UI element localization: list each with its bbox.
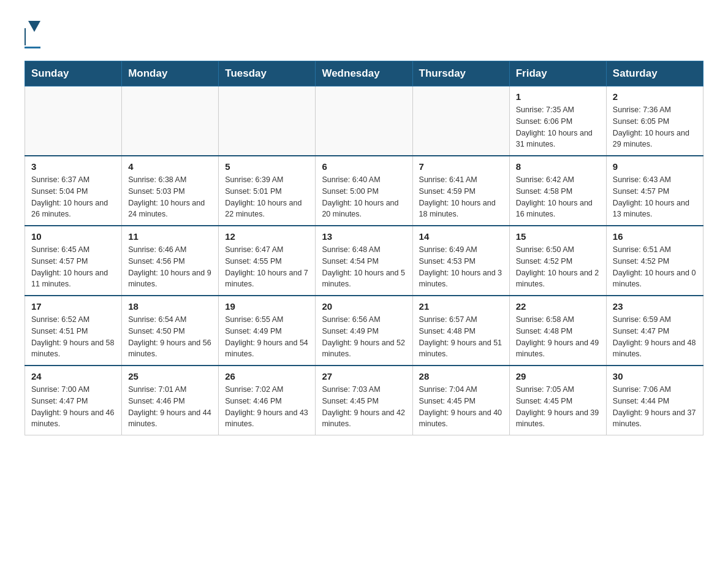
day-info: Sunrise: 6:48 AMSunset: 4:54 PMDaylight:… [322, 244, 406, 290]
day-info: Sunrise: 6:41 AMSunset: 4:59 PMDaylight:… [419, 174, 503, 220]
day-info: Sunrise: 7:00 AMSunset: 4:47 PMDaylight:… [31, 384, 115, 430]
calendar-week-row: 10Sunrise: 6:45 AMSunset: 4:57 PMDayligh… [25, 226, 703, 296]
calendar-day-cell: 29Sunrise: 7:05 AMSunset: 4:45 PMDayligh… [509, 366, 606, 435]
day-number: 2 [613, 91, 697, 102]
calendar-day-cell: 28Sunrise: 7:04 AMSunset: 4:45 PMDayligh… [412, 366, 509, 435]
day-info: Sunrise: 6:49 AMSunset: 4:53 PMDaylight:… [419, 244, 503, 290]
day-info: Sunrise: 6:37 AMSunset: 5:04 PMDaylight:… [31, 174, 115, 220]
calendar-day-cell: 20Sunrise: 6:56 AMSunset: 4:49 PMDayligh… [316, 296, 412, 366]
day-info: Sunrise: 6:54 AMSunset: 4:50 PMDaylight:… [128, 314, 212, 360]
day-number: 20 [322, 301, 406, 312]
day-number: 15 [516, 231, 600, 242]
calendar-day-cell [219, 86, 316, 156]
calendar-day-cell: 21Sunrise: 6:57 AMSunset: 4:48 PMDayligh… [412, 296, 509, 366]
day-info: Sunrise: 6:59 AMSunset: 4:47 PMDaylight:… [613, 314, 697, 360]
calendar-header-row: SundayMondayTuesdayWednesdayThursdayFrid… [25, 61, 703, 86]
calendar-day-cell: 14Sunrise: 6:49 AMSunset: 4:53 PMDayligh… [412, 226, 509, 296]
calendar-day-cell [316, 86, 412, 156]
logo [25, 18, 40, 48]
day-number: 11 [128, 231, 212, 242]
day-number: 19 [225, 301, 309, 312]
day-number: 12 [225, 231, 309, 242]
day-number: 3 [31, 161, 115, 172]
day-number: 6 [322, 161, 406, 172]
day-info: Sunrise: 6:56 AMSunset: 4:49 PMDaylight:… [322, 314, 406, 360]
day-number: 16 [613, 231, 697, 242]
day-number: 23 [613, 301, 697, 312]
day-of-week-header: Sunday [25, 61, 122, 86]
day-number: 10 [31, 231, 115, 242]
day-info: Sunrise: 7:05 AMSunset: 4:45 PMDaylight:… [516, 384, 600, 430]
day-of-week-header: Monday [122, 61, 219, 86]
day-number: 5 [225, 161, 309, 172]
day-info: Sunrise: 7:02 AMSunset: 4:46 PMDaylight:… [225, 384, 309, 430]
calendar-week-row: 24Sunrise: 7:00 AMSunset: 4:47 PMDayligh… [25, 366, 703, 435]
calendar-day-cell: 8Sunrise: 6:42 AMSunset: 4:58 PMDaylight… [509, 156, 606, 226]
day-info: Sunrise: 6:47 AMSunset: 4:55 PMDaylight:… [225, 244, 309, 290]
calendar-day-cell: 9Sunrise: 6:43 AMSunset: 4:57 PMDaylight… [606, 156, 703, 226]
calendar-day-cell: 3Sunrise: 6:37 AMSunset: 5:04 PMDaylight… [25, 156, 122, 226]
day-number: 17 [31, 301, 115, 312]
day-info: Sunrise: 6:51 AMSunset: 4:52 PMDaylight:… [613, 244, 697, 290]
calendar-week-row: 1Sunrise: 7:35 AMSunset: 6:06 PMDaylight… [25, 86, 703, 156]
day-info: Sunrise: 6:45 AMSunset: 4:57 PMDaylight:… [31, 244, 115, 290]
logo-divider [25, 47, 40, 48]
day-info: Sunrise: 6:52 AMSunset: 4:51 PMDaylight:… [31, 314, 115, 360]
calendar-day-cell: 26Sunrise: 7:02 AMSunset: 4:46 PMDayligh… [219, 366, 316, 435]
day-number: 4 [128, 161, 212, 172]
day-number: 7 [419, 161, 503, 172]
day-number: 25 [128, 371, 212, 381]
calendar-day-cell: 5Sunrise: 6:39 AMSunset: 5:01 PMDaylight… [219, 156, 316, 226]
day-number: 22 [516, 301, 600, 312]
day-info: Sunrise: 6:40 AMSunset: 5:00 PMDaylight:… [322, 174, 406, 220]
day-number: 30 [613, 371, 697, 381]
day-of-week-header: Friday [509, 61, 606, 86]
day-of-week-header: Saturday [606, 61, 703, 86]
day-info: Sunrise: 6:55 AMSunset: 4:49 PMDaylight:… [225, 314, 309, 360]
day-info: Sunrise: 6:50 AMSunset: 4:52 PMDaylight:… [516, 244, 600, 290]
day-number: 9 [613, 161, 697, 172]
day-info: Sunrise: 6:39 AMSunset: 5:01 PMDaylight:… [225, 174, 309, 220]
day-of-week-header: Wednesday [316, 61, 412, 86]
calendar-day-cell: 11Sunrise: 6:46 AMSunset: 4:56 PMDayligh… [122, 226, 219, 296]
calendar-table: SundayMondayTuesdayWednesdayThursdayFrid… [25, 61, 703, 435]
day-info: Sunrise: 6:57 AMSunset: 4:48 PMDaylight:… [419, 314, 503, 360]
calendar-day-cell [25, 86, 122, 156]
page-header [25, 18, 703, 48]
day-info: Sunrise: 6:46 AMSunset: 4:56 PMDaylight:… [128, 244, 212, 290]
day-number: 14 [419, 231, 503, 242]
day-number: 18 [128, 301, 212, 312]
calendar-day-cell [122, 86, 219, 156]
calendar-day-cell: 17Sunrise: 6:52 AMSunset: 4:51 PMDayligh… [25, 296, 122, 366]
day-number: 27 [322, 371, 406, 381]
day-number: 28 [419, 371, 503, 381]
calendar-day-cell: 12Sunrise: 6:47 AMSunset: 4:55 PMDayligh… [219, 226, 316, 296]
logo-triangle-icon [28, 21, 40, 32]
day-of-week-header: Tuesday [219, 61, 316, 86]
calendar-day-cell: 15Sunrise: 6:50 AMSunset: 4:52 PMDayligh… [509, 226, 606, 296]
day-info: Sunrise: 7:01 AMSunset: 4:46 PMDaylight:… [128, 384, 212, 430]
day-info: Sunrise: 7:06 AMSunset: 4:44 PMDaylight:… [613, 384, 697, 430]
calendar-day-cell: 16Sunrise: 6:51 AMSunset: 4:52 PMDayligh… [606, 226, 703, 296]
day-info: Sunrise: 6:38 AMSunset: 5:03 PMDaylight:… [128, 174, 212, 220]
day-number: 21 [419, 301, 503, 312]
calendar-day-cell: 6Sunrise: 6:40 AMSunset: 5:00 PMDaylight… [316, 156, 412, 226]
calendar-day-cell: 30Sunrise: 7:06 AMSunset: 4:44 PMDayligh… [606, 366, 703, 435]
calendar-day-cell: 13Sunrise: 6:48 AMSunset: 4:54 PMDayligh… [316, 226, 412, 296]
day-number: 1 [516, 91, 600, 102]
day-number: 29 [516, 371, 600, 381]
calendar-week-row: 17Sunrise: 6:52 AMSunset: 4:51 PMDayligh… [25, 296, 703, 366]
day-number: 8 [516, 161, 600, 172]
day-info: Sunrise: 6:42 AMSunset: 4:58 PMDaylight:… [516, 174, 600, 220]
calendar-day-cell: 10Sunrise: 6:45 AMSunset: 4:57 PMDayligh… [25, 226, 122, 296]
calendar-day-cell: 7Sunrise: 6:41 AMSunset: 4:59 PMDaylight… [412, 156, 509, 226]
calendar-day-cell [412, 86, 509, 156]
calendar-day-cell: 25Sunrise: 7:01 AMSunset: 4:46 PMDayligh… [122, 366, 219, 435]
day-info: Sunrise: 6:58 AMSunset: 4:48 PMDaylight:… [516, 314, 600, 360]
day-number: 24 [31, 371, 115, 381]
calendar-day-cell: 4Sunrise: 6:38 AMSunset: 5:03 PMDaylight… [122, 156, 219, 226]
calendar-day-cell: 24Sunrise: 7:00 AMSunset: 4:47 PMDayligh… [25, 366, 122, 435]
day-number: 13 [322, 231, 406, 242]
calendar-day-cell: 27Sunrise: 7:03 AMSunset: 4:45 PMDayligh… [316, 366, 412, 435]
day-info: Sunrise: 6:43 AMSunset: 4:57 PMDaylight:… [613, 174, 697, 220]
